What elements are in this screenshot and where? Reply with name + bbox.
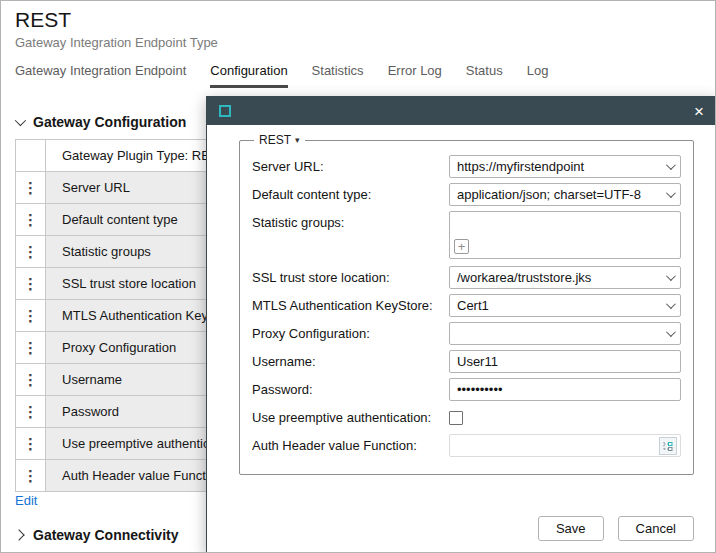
tab-configuration[interactable]: Configuration xyxy=(210,63,287,88)
tab-gateway-integration-endpoint[interactable]: Gateway Integration Endpoint xyxy=(15,63,186,88)
section-gateway-connectivity[interactable]: Gateway Connectivity xyxy=(15,527,179,543)
field-label: MTLS Authentication KeyStore: xyxy=(252,298,449,313)
proxy-configuration-combo[interactable] xyxy=(449,322,681,345)
field-label: Proxy Configuration: xyxy=(252,326,449,341)
drag-handle-icon[interactable]: ⋮ xyxy=(16,300,46,331)
chevron-down-icon xyxy=(15,115,26,126)
form-row: Server URL: https://myfirstendpoint xyxy=(252,155,681,178)
chevron-down-icon xyxy=(666,299,676,309)
form-row: Password: xyxy=(252,378,681,401)
form-row: Default content type: application/json; … xyxy=(252,183,681,206)
auth-header-function-input[interactable] xyxy=(457,438,659,453)
app-window: REST Gateway Integration Endpoint Type G… xyxy=(0,0,716,553)
chevron-down-icon xyxy=(666,160,676,170)
password-input[interactable] xyxy=(449,378,681,401)
caret-down-icon: ▾ xyxy=(295,135,300,145)
field-label: Auth Header value Function: xyxy=(252,438,449,453)
add-icon[interactable]: + xyxy=(454,239,469,254)
drag-handle-icon[interactable]: ⋮ xyxy=(16,172,46,203)
preemptive-auth-checkbox[interactable] xyxy=(449,411,463,425)
form-row: Use preemptive authentication: xyxy=(252,406,681,429)
tab-error-log[interactable]: Error Log xyxy=(388,63,442,88)
drag-handle-icon[interactable]: ⋮ xyxy=(16,268,46,299)
group-type-label: REST xyxy=(259,133,291,147)
combo-value: https://myfirstendpoint xyxy=(457,159,661,174)
save-button[interactable]: Save xyxy=(538,516,604,541)
field-label: Statistic groups: xyxy=(252,211,449,230)
mtls-keystore-combo[interactable]: Cert1 xyxy=(449,294,681,317)
ssl-trust-store-combo[interactable]: /workarea/truststore.jks xyxy=(449,266,681,289)
combo-value: /workarea/truststore.jks xyxy=(457,270,661,285)
chevron-right-icon xyxy=(13,529,24,540)
field-label: Server URL: xyxy=(252,159,449,174)
dialog-buttons: Save Cancel xyxy=(538,516,694,541)
field-label: Username: xyxy=(252,354,449,369)
field-label: Default content type: xyxy=(252,187,449,202)
form-row: Statistic groups: + xyxy=(252,211,681,261)
close-icon[interactable]: × xyxy=(692,103,706,120)
rest-config-dialog: × REST ▾ Server URL: https://myfirstendp… xyxy=(206,96,716,553)
drag-handle-icon[interactable]: ⋮ xyxy=(16,428,46,459)
form-row: MTLS Authentication KeyStore: Cert1 xyxy=(252,294,681,317)
section-label: Gateway Configuration xyxy=(33,114,186,130)
group-type-selector[interactable]: REST ▾ xyxy=(254,133,305,147)
drag-handle-icon[interactable]: ⋮ xyxy=(16,396,46,427)
function-editor-icon[interactable] xyxy=(659,437,677,455)
combo-value: Cert1 xyxy=(457,298,661,313)
cancel-button[interactable]: Cancel xyxy=(618,516,694,541)
field-label: Use preemptive authentication: xyxy=(252,410,449,425)
section-gateway-configuration[interactable]: Gateway Configuration xyxy=(15,114,186,130)
combo-value: application/json; charset=UTF-8 xyxy=(457,187,661,202)
form-row: Auth Header value Function: xyxy=(252,434,681,457)
tab-bar: Gateway Integration Endpoint Configurati… xyxy=(15,63,548,88)
rest-group-box: REST ▾ Server URL: https://myfirstendpoi… xyxy=(239,133,694,475)
drag-handle-icon[interactable]: ⋮ xyxy=(16,236,46,267)
edit-link[interactable]: Edit xyxy=(15,493,37,508)
auth-header-function-field xyxy=(449,434,681,457)
default-content-type-combo[interactable]: application/json; charset=UTF-8 xyxy=(449,183,681,206)
form-row: Username: xyxy=(252,350,681,373)
tab-status[interactable]: Status xyxy=(466,63,503,88)
chevron-down-icon xyxy=(666,271,676,281)
field-label: Password: xyxy=(252,382,449,397)
field-label: SSL trust store location: xyxy=(252,270,449,285)
drag-handle-icon[interactable]: ⋮ xyxy=(16,332,46,363)
drag-handle-icon[interactable]: ⋮ xyxy=(16,204,46,235)
form-row: Proxy Configuration: xyxy=(252,322,681,345)
chevron-down-icon xyxy=(666,327,676,337)
drag-handle-icon[interactable]: ⋮ xyxy=(16,364,46,395)
tab-statistics[interactable]: Statistics xyxy=(312,63,364,88)
server-url-combo[interactable]: https://myfirstendpoint xyxy=(449,155,681,178)
empty-handle-cell xyxy=(16,140,46,171)
dialog-body: REST ▾ Server URL: https://myfirstendpoi… xyxy=(207,125,716,553)
page-title: REST xyxy=(15,8,71,32)
form-row: SSL trust store location: /workarea/trus… xyxy=(252,266,681,289)
drag-handle-icon[interactable]: ⋮ xyxy=(16,460,46,491)
username-input[interactable] xyxy=(449,350,681,373)
page-subtitle: Gateway Integration Endpoint Type xyxy=(15,35,218,50)
tab-log[interactable]: Log xyxy=(527,63,549,88)
chevron-down-icon xyxy=(666,188,676,198)
statistic-groups-box[interactable]: + xyxy=(449,211,681,259)
dialog-app-icon xyxy=(219,105,231,117)
section-label: Gateway Connectivity xyxy=(33,527,179,543)
dialog-titlebar[interactable]: × xyxy=(207,97,716,125)
